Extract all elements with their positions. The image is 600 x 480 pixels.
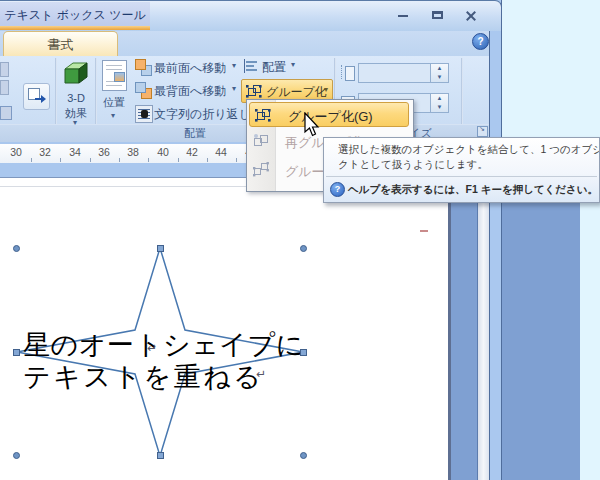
chevron-down-icon: ▾ bbox=[232, 84, 236, 93]
bring-to-front-icon bbox=[135, 59, 151, 75]
minimize-button[interactable] bbox=[398, 15, 408, 17]
clipped-shadow-group-fragment bbox=[0, 80, 9, 95]
spinner-up-icon[interactable]: ▲ bbox=[431, 94, 448, 103]
resize-handle-bottom[interactable] bbox=[157, 452, 164, 459]
ruler-tick bbox=[31, 158, 32, 162]
dialog-launcher-arrow-icon: ↘ bbox=[479, 125, 485, 133]
textbox-text-line1[interactable]: 星のオートシェイプに bbox=[23, 327, 304, 363]
tooltip-help-icon: ? bbox=[330, 182, 345, 197]
page-right-edge bbox=[448, 178, 451, 480]
ruler-tick bbox=[178, 158, 179, 162]
clipped-shadow-group-fragment bbox=[0, 62, 9, 77]
resize-handle-top-right[interactable] bbox=[300, 245, 307, 252]
align-label: 配置 bbox=[262, 59, 286, 76]
tab-format[interactable]: 書式 bbox=[3, 31, 118, 56]
maximize-button[interactable] bbox=[432, 11, 443, 19]
group-icon bbox=[255, 108, 271, 122]
chevron-down-icon: ▾ bbox=[324, 85, 328, 94]
position-button[interactable]: 位置 ▾ bbox=[97, 57, 131, 125]
bring-to-front-label: 最前面へ移動 bbox=[154, 60, 226, 77]
help-icon[interactable]: ? bbox=[472, 33, 489, 50]
cube-3d-icon bbox=[63, 61, 89, 85]
contextual-accent-strip bbox=[0, 26, 150, 30]
ruler-tick bbox=[90, 158, 91, 162]
ruler-tick bbox=[60, 158, 61, 162]
picture-placeholder-icon bbox=[114, 72, 125, 82]
position-label: 位置 bbox=[97, 95, 131, 110]
ruler-tick bbox=[148, 158, 149, 162]
ruler-number: 34 bbox=[69, 146, 81, 158]
ruler-number: 42 bbox=[186, 146, 198, 158]
clipped-arrow-fragment bbox=[0, 106, 12, 120]
height-field-icon bbox=[340, 64, 355, 82]
document-background bbox=[451, 178, 580, 480]
resize-handle-left[interactable] bbox=[13, 349, 20, 356]
spinner-down-icon[interactable]: ▼ bbox=[431, 73, 448, 82]
regroup-icon bbox=[253, 133, 269, 149]
word-window: テキスト ボックス ツール 書式 ? 3-D 効果 ▾ bbox=[0, 0, 600, 480]
chevron-down-icon: ▾ bbox=[232, 61, 236, 70]
mouse-cursor-icon bbox=[303, 112, 321, 138]
shadow-offset-arrow-icon bbox=[41, 95, 46, 103]
align-button[interactable]: 配置 ▾ bbox=[241, 57, 311, 76]
group-separator bbox=[55, 58, 57, 124]
chevron-down-icon: ▾ bbox=[291, 60, 295, 69]
resize-handle-top-left[interactable] bbox=[13, 245, 20, 252]
ruler-number: 32 bbox=[39, 146, 51, 158]
position-icon bbox=[102, 60, 127, 91]
tooltip-description-line1: 選択した複数のオブジェクトを結合して、1 つのオブジェ bbox=[338, 143, 600, 157]
textbox-text-line2[interactable]: テキストを重ねる bbox=[23, 359, 263, 395]
tooltip-help-text: ヘルプを表示するには、F1 キーを押してください。 bbox=[348, 183, 598, 197]
menu-item-label: グループ化(G) bbox=[288, 108, 373, 126]
align-icon bbox=[244, 59, 258, 73]
height-spinner[interactable]: ▲ ▼ bbox=[431, 63, 449, 83]
shape-height-input[interactable] bbox=[358, 63, 431, 83]
ungroup-icon bbox=[253, 162, 269, 177]
ruler-number: 44 bbox=[215, 146, 227, 158]
ruler-number: 30 bbox=[10, 146, 22, 158]
contextual-tab-header: テキスト ボックス ツール bbox=[0, 2, 150, 30]
width-spinner[interactable]: ▲ ▼ bbox=[431, 93, 449, 113]
size-dialog-launcher[interactable]: ↘ bbox=[477, 126, 488, 137]
resize-handle-bottom-right[interactable] bbox=[300, 452, 307, 459]
resize-handle-top[interactable] bbox=[157, 245, 164, 252]
window-right-border bbox=[489, 0, 502, 480]
resize-handle-bottom-left[interactable] bbox=[13, 452, 20, 459]
group-tooltip: 選択した複数のオブジェクトを結合して、1 つのオブジェ クトとして扱うようにしま… bbox=[323, 137, 600, 203]
effects-3d-label: 3-D bbox=[58, 92, 94, 104]
menu-item-group[interactable]: グループ化(G) bbox=[249, 102, 409, 127]
margin-marker bbox=[420, 230, 428, 232]
send-to-back-button[interactable]: 最背面へ移動 ▾ bbox=[133, 81, 245, 100]
ruler-number: 36 bbox=[98, 146, 110, 158]
send-to-back-label: 最背面へ移動 bbox=[154, 83, 226, 100]
text-wrapping-icon bbox=[135, 105, 153, 123]
tooltip-separator bbox=[326, 176, 597, 177]
arrange-group-label: 配置 bbox=[170, 126, 220, 141]
ruler-tick bbox=[119, 158, 120, 162]
group-separator bbox=[461, 58, 463, 124]
spinner-up-icon[interactable]: ▲ bbox=[431, 64, 448, 73]
send-to-back-icon bbox=[135, 82, 151, 98]
chevron-down-icon: ▾ bbox=[111, 111, 115, 120]
line-break-mark-icon: ↵ bbox=[147, 341, 157, 355]
spinner-down-icon[interactable]: ▼ bbox=[431, 103, 448, 112]
bring-to-front-button[interactable]: 最前面へ移動 ▾ bbox=[133, 58, 245, 77]
contextual-tab-title: テキスト ボックス ツール bbox=[0, 7, 150, 24]
ruler-number: 40 bbox=[157, 146, 169, 158]
text-wrapping-button[interactable]: 文字列の折り返し ▾ bbox=[133, 104, 263, 123]
ruler-tick bbox=[236, 158, 237, 162]
text-wrapping-label: 文字列の折り返し bbox=[154, 106, 251, 123]
line-break-mark-icon: ↵ bbox=[256, 367, 266, 381]
chevron-down-icon: ▾ bbox=[73, 118, 77, 127]
ruler-tick bbox=[207, 158, 208, 162]
resize-handle-right[interactable] bbox=[300, 349, 307, 356]
tooltip-description-line2: クトとして扱うようにします。 bbox=[338, 158, 488, 172]
ruler-number: 38 bbox=[127, 146, 139, 158]
close-button[interactable] bbox=[464, 9, 478, 23]
group-icon bbox=[246, 84, 262, 98]
shadow-offset-button[interactable] bbox=[23, 83, 50, 110]
effects-3d-button[interactable]: 3-D 効果 ▾ bbox=[58, 58, 94, 124]
